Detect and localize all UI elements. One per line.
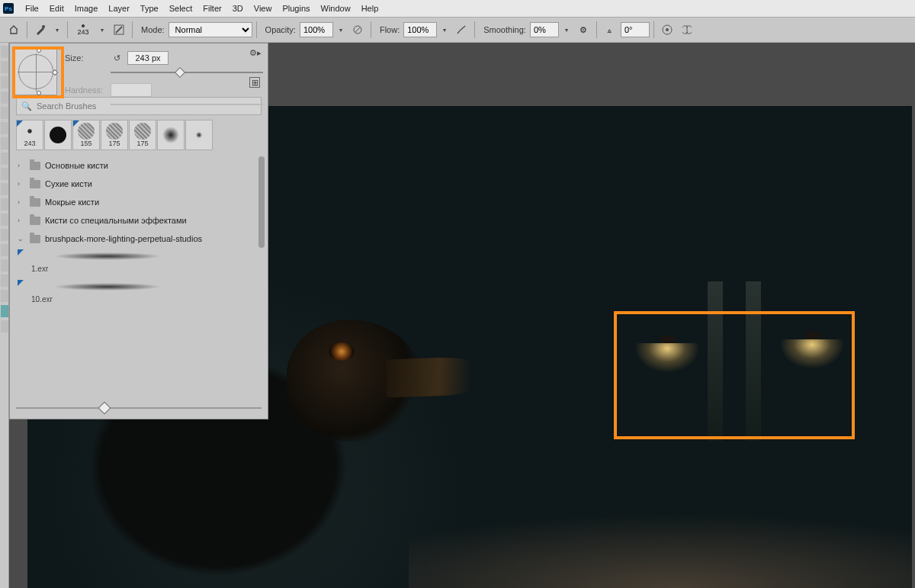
tools-panel[interactable] bbox=[0, 43, 9, 588]
recent-brush-6[interactable] bbox=[185, 120, 213, 150]
recent-brush-0[interactable]: 243 bbox=[16, 120, 43, 150]
menu-layer[interactable]: Layer bbox=[103, 4, 135, 13]
recent-brush-3[interactable]: 175 bbox=[101, 120, 128, 150]
brush-settings-icon[interactable] bbox=[110, 21, 128, 39]
brush-tree-scrollbar[interactable] bbox=[257, 156, 266, 362]
artwork-lamp bbox=[633, 336, 702, 397]
brush-preset-thumb[interactable]: 243 bbox=[72, 18, 95, 41]
menu-view[interactable]: View bbox=[249, 4, 278, 13]
panel-menu-icon[interactable]: ⚙▸ bbox=[249, 48, 262, 58]
smoothing-input[interactable] bbox=[530, 22, 559, 37]
svg-point-0 bbox=[42, 25, 45, 28]
opacity-pressure-icon[interactable] bbox=[348, 21, 367, 39]
recent-brushes: 243155175175 bbox=[10, 118, 268, 152]
brush-preset-panel: Size: ↺ 243 px Hardness: ⚙▸ ⊞ 🔍 Search B… bbox=[9, 43, 268, 419]
menu-filter[interactable]: Filter bbox=[197, 4, 226, 13]
airbrush-icon[interactable] bbox=[452, 21, 470, 39]
opacity-dropdown[interactable]: ▾ bbox=[335, 27, 347, 34]
smoothing-label: Smoothing: bbox=[483, 25, 526, 34]
home-icon[interactable] bbox=[5, 21, 23, 39]
brush-tree[interactable]: ›Основные кисти›Сухие кисти›Мокрые кисти… bbox=[10, 156, 268, 362]
brush-folder[interactable]: ›Сухие кисти bbox=[10, 175, 268, 193]
hardness-value bbox=[111, 83, 152, 97]
svg-point-4 bbox=[666, 28, 669, 31]
artwork-crow-beak bbox=[385, 356, 493, 398]
brush-tip-preview[interactable] bbox=[14, 48, 57, 95]
flow-input[interactable] bbox=[403, 22, 437, 37]
menu-type[interactable]: Type bbox=[135, 4, 164, 13]
recent-brush-5[interactable] bbox=[157, 120, 185, 150]
size-pressure-icon[interactable] bbox=[658, 21, 676, 39]
new-brush-icon[interactable]: ⊞ bbox=[249, 77, 260, 88]
smoothing-gear-icon[interactable]: ⚙ bbox=[574, 21, 592, 39]
menu-3d[interactable]: 3D bbox=[227, 4, 249, 13]
size-reset-icon[interactable]: ↺ bbox=[111, 53, 123, 63]
blend-mode-select[interactable]: Normal bbox=[169, 22, 252, 37]
hardness-slider bbox=[111, 100, 263, 109]
menu-plugins[interactable]: Plugins bbox=[277, 4, 315, 13]
menu-file[interactable]: File bbox=[20, 4, 44, 13]
brush-folder[interactable]: ⌄brushpack-more-lighting-perpetual-studi… bbox=[10, 230, 268, 248]
artwork-pillar bbox=[746, 281, 761, 442]
angle-input[interactable] bbox=[621, 22, 650, 37]
preview-size-slider[interactable] bbox=[16, 402, 262, 414]
brush-item[interactable]: 10.exr bbox=[10, 278, 268, 309]
search-icon: 🔍 bbox=[21, 101, 32, 111]
artwork-lamp bbox=[778, 332, 846, 393]
size-value[interactable]: 243 px bbox=[127, 51, 169, 65]
hardness-label: Hardness: bbox=[65, 85, 106, 95]
size-label: Size: bbox=[65, 53, 106, 63]
artwork-pillar bbox=[708, 281, 723, 442]
brush-folder[interactable]: ›Основные кисти bbox=[10, 156, 268, 175]
opacity-input[interactable] bbox=[300, 22, 333, 37]
menu-bar: Ps FileEditImageLayerTypeSelectFilter3DV… bbox=[0, 0, 915, 17]
options-bar: ▾ 243 ▾ Mode: Normal Opacity: ▾ Flow: ▾ … bbox=[0, 17, 915, 43]
menu-window[interactable]: Window bbox=[316, 4, 356, 13]
size-slider[interactable] bbox=[111, 68, 263, 77]
artwork-crow-eye bbox=[329, 342, 355, 361]
opacity-label: Opacity: bbox=[265, 25, 296, 34]
menu-help[interactable]: Help bbox=[356, 4, 384, 13]
app-logo: Ps bbox=[3, 3, 14, 14]
menu-image[interactable]: Image bbox=[69, 4, 104, 13]
mode-label: Mode: bbox=[141, 25, 165, 34]
recent-brush-1[interactable] bbox=[44, 120, 72, 150]
smoothing-dropdown[interactable]: ▾ bbox=[560, 27, 573, 34]
recent-brush-4[interactable]: 175 bbox=[129, 120, 156, 150]
search-placeholder: Search Brushes bbox=[37, 101, 96, 111]
symmetry-icon[interactable] bbox=[678, 21, 696, 39]
menu-edit[interactable]: Edit bbox=[44, 4, 69, 13]
flow-label: Flow: bbox=[380, 25, 400, 34]
flow-dropdown[interactable]: ▾ bbox=[438, 27, 451, 34]
recent-brush-2[interactable]: 155 bbox=[72, 120, 100, 150]
tool-preset-icon[interactable] bbox=[31, 21, 50, 39]
artwork-mist bbox=[409, 451, 912, 588]
brush-folder[interactable]: ›Кисти со специальными эффектами bbox=[10, 211, 268, 230]
tool-preset-dropdown[interactable]: ▾ bbox=[51, 27, 63, 34]
brush-item[interactable]: 1.exr bbox=[10, 248, 268, 278]
menu-select[interactable]: Select bbox=[164, 4, 198, 13]
angle-icon: ⟁ bbox=[601, 21, 619, 39]
brush-folder[interactable]: ›Мокрые кисти bbox=[10, 193, 268, 211]
brush-preset-dropdown[interactable]: ▾ bbox=[96, 27, 108, 34]
